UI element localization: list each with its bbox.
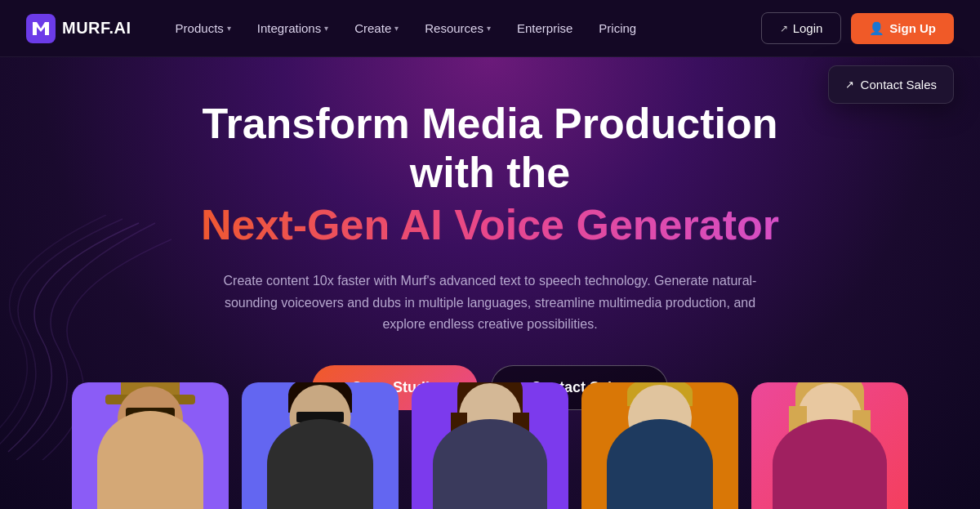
nav-item-resources[interactable]: Resources ▾: [413, 15, 502, 42]
avatar-card-5: [751, 382, 908, 509]
login-button[interactable]: ↗ Login: [761, 12, 842, 44]
hero-subtext: Create content 10x faster with Murf's ad…: [220, 270, 760, 335]
external-link-icon: ↗: [780, 23, 788, 34]
avatar-face-2: [242, 382, 399, 509]
nav-item-enterprise[interactable]: Enterprise: [506, 15, 584, 42]
nav-links: Products ▾ Integrations ▾ Create ▾ Resou…: [164, 15, 761, 42]
navbar: MURF.AI Products ▾ Integrations ▾ Create…: [0, 0, 980, 57]
chevron-down-icon: ▾: [324, 24, 328, 33]
avatar-card-4: [581, 382, 738, 509]
user-icon: 👤: [869, 21, 884, 36]
nav-actions: ↗ Login 👤 Sign Up: [761, 12, 954, 44]
chevron-down-icon: ▾: [227, 24, 231, 33]
avatar-card-2: [242, 382, 399, 509]
nav-item-pricing[interactable]: Pricing: [587, 15, 648, 42]
hero-headline: Transform Media Production with the Next…: [172, 100, 808, 249]
hero-section: Transform Media Production with the Next…: [0, 57, 980, 509]
avatar-face-5: [751, 382, 908, 509]
chevron-down-icon: ▾: [487, 24, 491, 33]
headline-line1: Transform Media Production with the: [172, 100, 808, 198]
logo-text: MURF.AI: [62, 19, 131, 38]
nav-item-create[interactable]: Create ▾: [343, 15, 410, 42]
avatar-face-3: [412, 382, 568, 509]
headline-line2: Next-Gen AI Voice Generator: [172, 201, 808, 250]
contact-sales-dropdown[interactable]: ↗ Contact Sales: [828, 65, 954, 104]
arrow-icon: ↗: [845, 78, 854, 91]
logo[interactable]: MURF.AI: [26, 14, 131, 43]
avatar-face-4: [581, 382, 738, 509]
signup-button[interactable]: 👤 Sign Up: [851, 13, 954, 44]
avatar-face-1: [72, 382, 229, 509]
nav-item-products[interactable]: Products ▾: [164, 15, 243, 42]
nav-item-integrations[interactable]: Integrations ▾: [246, 15, 340, 42]
avatar-card-1: [72, 382, 229, 509]
avatar-card-3: [412, 382, 568, 509]
chevron-down-icon: ▾: [394, 24, 399, 33]
avatar-strip: [0, 382, 980, 509]
